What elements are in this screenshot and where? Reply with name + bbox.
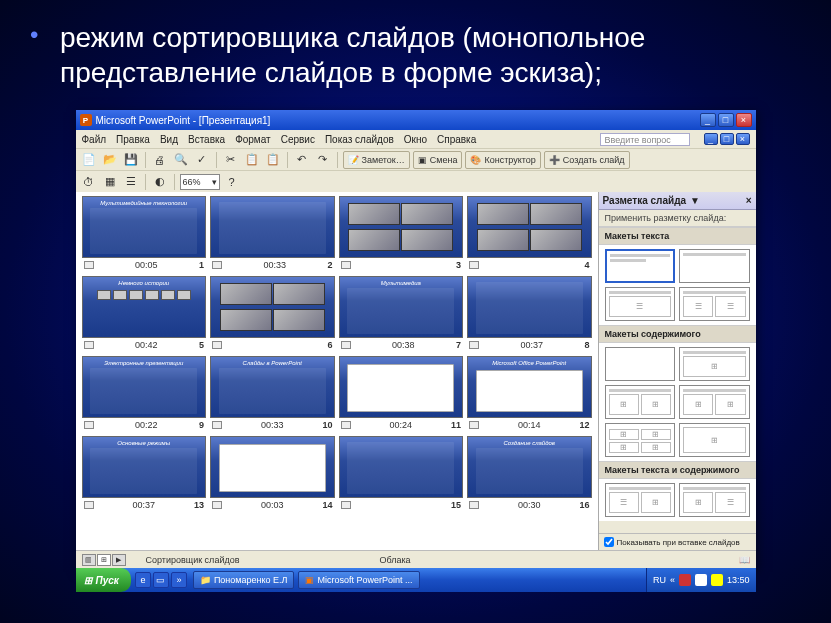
transition-icon[interactable] [212,421,222,429]
layout-text-right[interactable]: ⊞☰ [679,483,750,517]
view-show-icon[interactable]: ▶ [112,554,126,566]
ql-app-icon[interactable]: » [171,572,187,588]
slide-thumbnail[interactable]: Мультимедийные технологии [82,196,207,258]
menu-format[interactable]: Формат [235,134,271,145]
slide-thumbnail[interactable]: Электронные презентации [82,356,207,418]
transition-icon[interactable] [84,421,94,429]
help-icon[interactable]: ? [223,173,241,191]
menu-tools[interactable]: Сервис [281,134,315,145]
tray-shield-icon[interactable] [679,574,691,586]
slide-thumbnail[interactable] [210,196,335,258]
slide-thumbnail[interactable] [467,196,592,258]
slide-cell[interactable]: Мультимедийные технологии00:051 [82,196,207,270]
doc-minimize-button[interactable]: _ [704,133,718,145]
layout-two-content[interactable]: ⊞⊞ [605,385,676,419]
slide-thumbnail[interactable]: Слайды в PowerPoint [210,356,335,418]
layout-blank[interactable] [605,347,676,381]
tray-expand-icon[interactable]: « [670,575,675,585]
maximize-button[interactable]: □ [718,113,734,127]
menu-edit[interactable]: Правка [116,134,150,145]
slide-thumbnail[interactable] [339,196,464,258]
slide-cell[interactable]: 00:332 [210,196,335,270]
undo-icon[interactable]: ↶ [293,151,311,169]
layout-four-content[interactable]: ⊞⊞⊞⊞ [605,423,676,457]
tray-clock[interactable]: 13:50 [727,575,750,585]
status-icon[interactable]: 📖 [739,555,750,565]
menu-help[interactable]: Справка [437,134,476,145]
window-titlebar[interactable]: P Microsoft PowerPoint - [Презентация1] … [76,110,756,130]
taskpane-close-icon[interactable]: × [746,195,752,206]
print-icon[interactable]: 🖨 [151,151,169,169]
summary-icon[interactable]: ☰ [122,173,140,191]
layout-big-content[interactable]: ⊞ [679,423,750,457]
menu-file[interactable]: Файл [82,134,107,145]
transition-icon[interactable] [469,341,479,349]
ql-desktop-icon[interactable]: ▭ [153,572,169,588]
slide-thumbnail[interactable] [467,276,592,338]
layout-title-only[interactable] [679,249,750,283]
slide-sorter-area[interactable]: Мультимедийные технологии00:05100:33234Н… [76,192,598,550]
slide-cell[interactable]: Электронные презентации00:229 [82,356,207,430]
system-tray[interactable]: RU « 13:50 [646,568,756,592]
transition-icon[interactable] [212,341,222,349]
transition-icon[interactable] [84,501,94,509]
slide-thumbnail[interactable]: Создание слайдов [467,436,592,498]
transition-icon[interactable] [212,261,222,269]
tray-lang[interactable]: RU [653,575,666,585]
doc-close-button[interactable]: × [736,133,750,145]
transition-icon[interactable] [341,341,351,349]
taskpane-dropdown-icon[interactable]: ▼ [690,195,700,206]
slide-cell[interactable]: 3 [339,196,464,270]
taskbar-item-doc[interactable]: 📁Пономаренко Е.Л [193,571,295,589]
slide-cell[interactable]: 4 [467,196,592,270]
slide-thumbnail[interactable] [210,276,335,338]
spell-icon[interactable]: ✓ [193,151,211,169]
zoom-combo[interactable]: 66%▾ [180,174,220,190]
slide-cell[interactable]: 00:378 [467,276,592,350]
layout-title-content[interactable]: ☰ [605,287,676,321]
preview-icon[interactable]: 🔍 [172,151,190,169]
save-icon[interactable]: 💾 [122,151,140,169]
rehearse-icon[interactable]: ⏱ [80,173,98,191]
view-sorter-icon[interactable]: ⊞ [97,554,111,566]
menu-window[interactable]: Окно [404,134,427,145]
taskbar-item-powerpoint[interactable]: ▣Microsoft PowerPoint ... [298,571,419,589]
transition-icon[interactable] [84,261,94,269]
slide-thumbnail[interactable]: Мультимедиа [339,276,464,338]
layout-three-content[interactable]: ⊞⊞ [679,385,750,419]
view-normal-icon[interactable]: ▥ [82,554,96,566]
hide-slide-icon[interactable]: ▦ [101,173,119,191]
menu-view[interactable]: Вид [160,134,178,145]
taskpane-header[interactable]: Разметка слайда ▼ × [599,192,756,210]
slide-cell[interactable]: 15 [339,436,464,510]
minimize-button[interactable]: _ [700,113,716,127]
layout-two-column[interactable]: ☰☰ [679,287,750,321]
start-button[interactable]: ⊞ Пуск [76,568,131,592]
color-bw-icon[interactable]: ◐ [151,173,169,191]
transition-icon[interactable] [341,501,351,509]
transition-icon[interactable] [469,261,479,269]
slide-thumbnail[interactable]: Немного истории [82,276,207,338]
transition-icon[interactable] [212,501,222,509]
close-button[interactable]: × [736,113,752,127]
paste-icon[interactable]: 📋 [264,151,282,169]
slide-thumbnail[interactable] [210,436,335,498]
transition-icon[interactable] [469,421,479,429]
menu-slideshow[interactable]: Показ слайдов [325,134,394,145]
transition-icon[interactable] [341,261,351,269]
doc-restore-button[interactable]: □ [720,133,734,145]
slide-cell[interactable]: Основные режимы00:3713 [82,436,207,510]
ql-ie-icon[interactable]: e [135,572,151,588]
open-icon[interactable]: 📂 [101,151,119,169]
redo-icon[interactable]: ↷ [314,151,332,169]
layout-text-left[interactable]: ☰⊞ [605,483,676,517]
tray-app-icon[interactable] [695,574,707,586]
copy-icon[interactable]: 📋 [243,151,261,169]
designer-button[interactable]: 🎨Конструктор [465,151,540,169]
slide-thumbnail[interactable] [339,356,464,418]
new-slide-button[interactable]: ➕Создать слайд [544,151,630,169]
transition-button[interactable]: ▣Смена [413,151,463,169]
slide-cell[interactable]: 00:0314 [210,436,335,510]
tray-volume-icon[interactable] [711,574,723,586]
slide-thumbnail[interactable] [339,436,464,498]
